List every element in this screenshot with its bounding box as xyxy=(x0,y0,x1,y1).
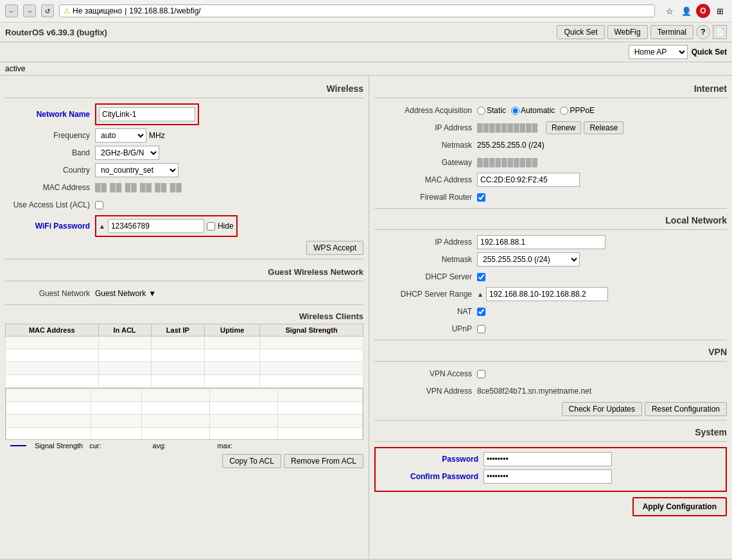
header-buttons: Quick Set WebFig Terminal ? 📄 xyxy=(557,25,727,39)
frequency-unit: MHz xyxy=(149,131,165,140)
nat-value xyxy=(477,308,485,316)
automatic-radio-label[interactable]: Automatic xyxy=(511,106,555,115)
mac-address-row-left: MAC Address ██ ██ ██ ██ ██ ██ xyxy=(5,180,363,195)
network-name-input[interactable] xyxy=(99,107,195,121)
apply-configuration-button[interactable]: Apply Configuration xyxy=(632,497,727,516)
person-button[interactable]: 👤 xyxy=(679,4,693,18)
remove-from-acl-button[interactable]: Remove From ACL xyxy=(284,454,363,468)
confirm-password-label: Confirm Password xyxy=(381,472,484,481)
extensions-button[interactable]: ⊞ xyxy=(713,4,727,18)
webfig-button[interactable]: WebFig xyxy=(607,25,648,39)
guest-network-row: Guest Network Guest Network ▼ xyxy=(5,286,363,301)
ip-address-internet-label: IP Address xyxy=(374,123,477,132)
password-input[interactable] xyxy=(484,452,612,466)
guest-network-dropdown-label: Guest Network xyxy=(95,289,146,298)
main-content: Wireless Network Name Frequency auto MHz… xyxy=(0,76,732,559)
avg-label: avg: xyxy=(153,442,166,450)
table-row xyxy=(6,337,363,349)
acl-value xyxy=(95,201,103,209)
upnp-checkbox[interactable] xyxy=(477,325,485,333)
country-row: Country no_country_set xyxy=(5,163,363,177)
file-button[interactable]: 📄 xyxy=(713,25,727,39)
ip-address-internet-value: ██████████ Renew Release xyxy=(477,121,623,134)
apply-config-row: Apply Configuration xyxy=(374,497,727,516)
guest-network-arrow[interactable]: ▼ xyxy=(148,289,156,298)
signal-row: Signal Strength cur: avg: max: xyxy=(5,439,363,451)
pppoe-radio-label[interactable]: PPPoE xyxy=(560,106,595,115)
dhcp-triangle-icon: ▲ xyxy=(477,291,484,298)
reset-config-button[interactable]: Reset Configuration xyxy=(645,402,727,416)
nat-checkbox[interactable] xyxy=(477,308,485,316)
quick-set-button[interactable]: Quick Set xyxy=(557,25,604,39)
country-select[interactable]: no_country_set xyxy=(95,163,179,177)
browser-chrome: ← → ↺ ⚠ Не защищено | 192.168.88.1/webfi… xyxy=(0,0,732,22)
copy-to-acl-button[interactable]: Copy To ACL xyxy=(222,454,281,468)
firewall-label: Firewall Router xyxy=(374,193,477,202)
vpn-section-header: VPN xyxy=(374,344,727,362)
automatic-label: Automatic xyxy=(521,106,555,115)
band-label: Band xyxy=(5,148,95,157)
vpn-access-checkbox[interactable] xyxy=(477,370,485,378)
system-highlighted-box: Password Confirm Password xyxy=(374,447,727,492)
mac-address-internet-row: MAC Address xyxy=(374,173,727,187)
dhcp-server-row: DHCP Server xyxy=(374,270,727,284)
ip-address-internet-row: IP Address ██████████ Renew Release xyxy=(374,121,727,135)
internet-section-header: Internet xyxy=(374,81,727,98)
confirm-password-input[interactable] xyxy=(484,469,612,484)
static-radio[interactable] xyxy=(477,107,485,115)
right-panel: Internet Address Acquisition Static Auto… xyxy=(369,76,732,559)
wifi-password-input[interactable] xyxy=(108,219,204,233)
band-select[interactable]: 2GHz-B/G/N 2GHz-B/G 5GHz-A/N/AC xyxy=(95,146,159,160)
firewall-checkbox[interactable] xyxy=(477,193,485,202)
check-updates-button[interactable]: Check For Updates xyxy=(562,402,642,416)
mode-select[interactable]: Home AP CPE PTP Bridge WISP AP AP xyxy=(629,45,688,59)
vpn-address-label: VPN Address xyxy=(374,387,477,396)
password-label: Password xyxy=(381,455,484,464)
netmask-local-label: Netmask xyxy=(374,255,477,264)
divider-2 xyxy=(5,304,363,305)
table-row xyxy=(6,375,363,388)
quickset-label: Quick Set xyxy=(692,48,727,57)
release-button[interactable]: Release xyxy=(584,121,623,134)
dhcp-range-input[interactable] xyxy=(486,287,608,301)
reload-button[interactable]: ↺ xyxy=(41,4,54,17)
upnp-row: UPnP xyxy=(374,322,727,336)
frequency-select[interactable]: auto xyxy=(95,128,146,143)
netmask-local-value: 255.255.255.0 (/24) 255.255.0.0 (/16) xyxy=(477,252,580,267)
signal-extra-rows xyxy=(6,389,363,441)
table-row xyxy=(6,389,363,402)
upnp-value xyxy=(477,325,485,333)
nat-row: NAT xyxy=(374,304,727,319)
password-row: Password xyxy=(381,452,720,466)
vpn-access-label: VPN Access xyxy=(374,369,477,378)
star-button[interactable]: ☆ xyxy=(663,4,677,18)
dhcp-server-checkbox[interactable] xyxy=(477,273,485,281)
wifi-password-highlighted: ▲ Hide xyxy=(95,215,238,237)
gateway-row: Gateway ██████████ xyxy=(374,155,727,170)
netmask-internet-row: Netmask 255.255.255.0 (/24) xyxy=(374,138,727,152)
gateway-value: ██████████ xyxy=(477,158,538,167)
pppoe-radio[interactable] xyxy=(560,107,568,115)
acl-checkbox[interactable] xyxy=(95,201,103,209)
terminal-button[interactable]: Terminal xyxy=(650,25,693,39)
netmask-local-select[interactable]: 255.255.255.0 (/24) 255.255.0.0 (/16) xyxy=(477,252,580,267)
app-title: RouterOS v6.39.3 (bugfix) xyxy=(5,28,107,37)
forward-button[interactable]: → xyxy=(23,4,36,17)
acl-row: Use Access List (ACL) xyxy=(5,198,363,212)
back-button[interactable]: ← xyxy=(5,4,18,17)
browser-icons: ☆ 👤 O ⊞ xyxy=(663,4,727,18)
renew-button[interactable]: Renew xyxy=(546,121,581,134)
wireless-section-header: Wireless xyxy=(5,81,363,98)
mac-address-value-left: ██ ██ ██ ██ ██ ██ xyxy=(95,183,182,192)
static-radio-label[interactable]: Static xyxy=(477,106,506,115)
ip-address-local-input[interactable] xyxy=(477,235,606,249)
mac-address-internet-input[interactable] xyxy=(477,173,580,187)
gateway-blurred: ██████████ xyxy=(477,158,538,167)
automatic-radio[interactable] xyxy=(511,107,519,115)
help-button[interactable]: ? xyxy=(696,25,710,39)
wps-accept-button[interactable]: WPS Accept xyxy=(306,241,363,255)
col-lastip: Last IP xyxy=(151,324,205,337)
wireless-clients-header: Wireless Clients xyxy=(5,309,363,324)
wireless-clients-table: MAC Address In ACL Last IP Uptime Signal… xyxy=(5,324,363,388)
hide-password-checkbox[interactable] xyxy=(207,222,215,231)
